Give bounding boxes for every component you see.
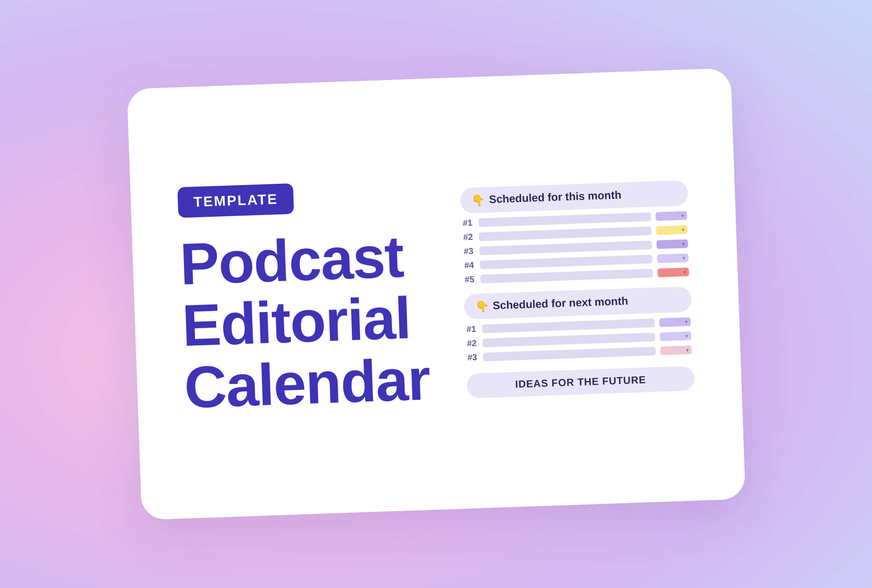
row-bar [479, 226, 651, 241]
row-number: #5 [464, 274, 476, 285]
main-card: TEMPLATE Podcast Editorial Calendar 👇 Sc… [127, 68, 745, 520]
this-month-emoji: 👇 [471, 193, 485, 207]
title-line2: Editorial [181, 286, 442, 357]
next-month-emoji: 👇 [475, 299, 489, 313]
row-tag: ▾ [657, 253, 688, 263]
row-bar [482, 332, 655, 347]
row-bar [478, 212, 651, 227]
ideas-section: IDEAS FOR THE FUTURE [466, 366, 695, 398]
right-section: 👇 Scheduled for this month #1 ▾ #2 ▾ #3 [460, 180, 694, 398]
row-tag: ▾ [655, 211, 687, 221]
row-bar [479, 240, 652, 255]
next-month-header: 👇 Scheduled for next month [464, 286, 692, 319]
row-number: #1 [466, 324, 477, 334]
this-month-label: Scheduled for this month [489, 189, 621, 206]
this-month-section: 👇 Scheduled for this month #1 ▾ #2 ▾ #3 [460, 180, 690, 285]
row-number: #2 [466, 338, 478, 348]
row-bar [483, 347, 655, 361]
this-month-rows: #1 ▾ #2 ▾ #3 ▾ #4 ▾ [461, 210, 691, 285]
next-month-rows: #1 ▾ #2 ▾ #3 ▾ [464, 316, 693, 363]
row-tag: ▾ [656, 239, 688, 249]
row-tag: ▾ [659, 317, 691, 327]
row-tag: ▾ [657, 267, 689, 277]
row-number: #4 [464, 260, 475, 270]
row-number: #3 [467, 352, 479, 363]
row-number: #1 [462, 218, 474, 228]
next-month-section: 👇 Scheduled for next month #1 ▾ #2 ▾ #3 [464, 286, 694, 363]
template-badge: TEMPLATE [177, 183, 294, 218]
row-tag: ▾ [660, 345, 692, 355]
row-bar [482, 318, 654, 333]
row-bar [480, 269, 653, 283]
left-section: TEMPLATE Podcast Editorial Calendar [177, 177, 468, 418]
row-number: #2 [463, 232, 474, 242]
row-tag: ▾ [659, 331, 691, 341]
main-title: Podcast Editorial Calendar [179, 225, 444, 419]
next-month-label: Scheduled for next month [492, 295, 628, 312]
title-line3: Calendar [183, 348, 444, 418]
row-bar [480, 254, 652, 269]
title-line1: Podcast [179, 225, 440, 295]
ideas-header: IDEAS FOR THE FUTURE [466, 366, 695, 398]
row-tag: ▾ [656, 225, 688, 235]
row-number: #3 [463, 246, 475, 256]
this-month-header: 👇 Scheduled for this month [460, 180, 688, 213]
